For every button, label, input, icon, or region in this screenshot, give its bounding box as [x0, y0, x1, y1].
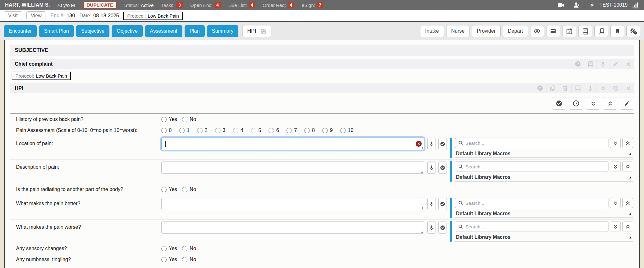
radio-option-9[interactable]: 9 [322, 128, 333, 133]
expand-macros-button[interactable] [610, 161, 621, 172]
dictate-button[interactable] [427, 198, 436, 210]
expand-macros-button[interactable] [610, 221, 621, 232]
macro-search-input[interactable] [465, 200, 605, 206]
answer-textarea[interactable] [162, 222, 424, 233]
collapse-triangle-icon[interactable]: ▲ [629, 235, 632, 239]
collapse-macros-button[interactable] [622, 138, 633, 148]
dictate-button[interactable] [427, 161, 436, 174]
radio-button[interactable] [197, 128, 203, 133]
esign-count-badge[interactable]: 7 [317, 2, 323, 8]
tab-plan[interactable]: Plan [185, 25, 205, 37]
close-icon[interactable] [622, 85, 634, 92]
radio-button[interactable] [161, 187, 167, 192]
chevrons-down-icon[interactable] [597, 85, 609, 92]
collapse-macros-button[interactable] [622, 198, 633, 208]
tab-summary[interactable]: Summary [207, 25, 238, 37]
radio-option-yes[interactable]: Yes [161, 257, 177, 262]
tab-encounter[interactable]: Encounter [4, 25, 37, 37]
help-icon[interactable] [571, 60, 584, 68]
protocol-box[interactable]: Protocol: Low Back Pain [12, 72, 71, 80]
answer-textarea[interactable] [162, 198, 424, 210]
ban-icon[interactable] [609, 85, 622, 92]
complete-button[interactable] [552, 97, 566, 110]
dictate-button[interactable] [427, 221, 436, 234]
answer-textarea[interactable] [162, 138, 424, 150]
help-icon[interactable] [534, 85, 546, 92]
radio-button[interactable] [269, 128, 274, 133]
radio-option-1[interactable]: 1 [179, 128, 190, 133]
library-button[interactable] [578, 25, 592, 37]
book-icon[interactable] [584, 60, 597, 68]
order-req-count-badge[interactable]: 4 [288, 2, 294, 8]
expand-macros-button[interactable] [610, 138, 621, 148]
radio-button[interactable] [161, 117, 167, 122]
book-icon[interactable] [571, 85, 584, 92]
open-enc-counter[interactable]: Open Enc: 4 [190, 2, 221, 8]
tab-subjective[interactable]: Subjective [76, 25, 109, 37]
radio-button[interactable] [161, 257, 167, 262]
bolt-icon[interactable] [590, 2, 595, 8]
radio-option-no[interactable]: No [182, 187, 196, 192]
answer-textarea[interactable] [162, 161, 424, 173]
depart-button[interactable]: Depart [503, 25, 528, 37]
copy-button[interactable] [594, 25, 608, 37]
esign-counter[interactable]: eSign: 7 [302, 2, 323, 8]
collapse-triangle-icon[interactable]: ▲ [629, 152, 632, 156]
radio-option-yes[interactable]: Yes [161, 246, 177, 251]
history-button[interactable] [569, 97, 583, 110]
radio-option-10[interactable]: 10 [340, 128, 353, 133]
duplicate-badge[interactable]: DUPLICATE [83, 2, 117, 8]
open-enc-count-badge[interactable]: 4 [214, 2, 221, 8]
tasks-count-badge[interactable]: 3 [176, 2, 183, 8]
confirm-button[interactable] [438, 198, 447, 210]
radio-option-7[interactable]: 7 [286, 128, 297, 133]
close-icon[interactable] [622, 60, 634, 68]
copy-icon[interactable] [546, 85, 559, 92]
collapse-all-button[interactable] [603, 97, 617, 110]
protocol-box[interactable]: Protocol: Low Back Pain [123, 12, 182, 20]
macros-library-header[interactable]: Default Library Macros ▲ [455, 210, 633, 218]
radio-option-no[interactable]: No [182, 246, 196, 251]
collapse-triangle-icon[interactable]: ▲ [629, 212, 632, 216]
confirm-button[interactable] [438, 161, 447, 174]
radio-button[interactable] [182, 257, 187, 262]
bookmark-button[interactable] [610, 25, 624, 37]
radio-option-yes[interactable]: Yes [161, 117, 177, 122]
radio-button[interactable] [179, 128, 185, 133]
macro-search[interactable] [455, 138, 608, 148]
expand-all-button[interactable] [586, 97, 600, 110]
person-add-icon[interactable] [574, 2, 580, 8]
radio-option-2[interactable]: 2 [197, 128, 208, 133]
video-camera-icon[interactable] [557, 2, 564, 9]
radio-option-5[interactable]: 5 [251, 128, 261, 133]
radio-option-no[interactable]: No [182, 257, 196, 262]
radio-button[interactable] [182, 117, 187, 122]
settings-button[interactable] [626, 25, 640, 37]
visit-button[interactable]: Visit [4, 11, 22, 20]
radio-option-yes[interactable]: Yes [161, 187, 177, 192]
mic-icon[interactable] [584, 85, 597, 92]
intake-button[interactable]: Intake [420, 25, 444, 37]
due-list-count-badge[interactable]: 4 [249, 2, 255, 8]
nurse-button[interactable]: Nurse [446, 25, 470, 37]
calendar-button[interactable] [562, 25, 576, 37]
radio-button[interactable] [322, 128, 328, 133]
macros-library-header[interactable]: Default Library Macros ▲ [455, 150, 633, 158]
radio-button[interactable] [233, 128, 238, 133]
macro-search[interactable] [455, 198, 608, 208]
radio-button[interactable] [161, 128, 167, 133]
tab-hpi-active[interactable]: HPI [242, 25, 271, 37]
edit-button[interactable] [620, 97, 634, 110]
macro-search[interactable] [455, 221, 608, 232]
radio-button[interactable] [340, 128, 346, 133]
radio-option-0[interactable]: 0 [161, 128, 172, 133]
collapse-macros-button[interactable] [622, 161, 633, 172]
expand-macros-button[interactable] [610, 198, 621, 208]
macros-library-header[interactable]: Default Library Macros ▲ [455, 173, 633, 182]
eye-button[interactable] [530, 25, 544, 37]
collapse-triangle-icon[interactable]: ▲ [629, 175, 632, 179]
radio-button[interactable] [182, 187, 187, 192]
macro-search-input[interactable] [465, 224, 605, 229]
mic-icon[interactable] [597, 60, 609, 68]
radio-button[interactable] [215, 128, 220, 133]
